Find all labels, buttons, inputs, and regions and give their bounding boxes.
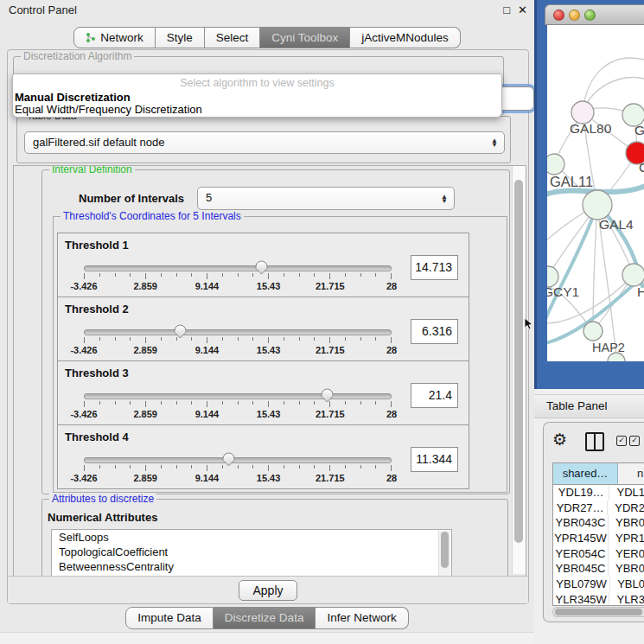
table-row[interactable]: YPR145WYPR1: [553, 531, 644, 546]
threshold-4-slider[interactable]: [84, 457, 392, 463]
gear-icon[interactable]: ⚙: [552, 430, 567, 450]
threshold-2-value-field[interactable]: 6.316: [411, 319, 458, 344]
threshold-2-slider[interactable]: [84, 329, 392, 335]
top-tab-bar: Network Style Select Cyni Toolbox jActiv…: [0, 27, 534, 48]
table-panel-titlebar: Table Panel: [534, 394, 644, 418]
slider-tick-labels: -3.4262.8599.14415.4321.71528: [84, 345, 392, 355]
mouse-cursor-icon: [524, 317, 533, 334]
scrollbar-thumb[interactable]: [441, 532, 449, 568]
node-label-top-right: GA: [634, 123, 644, 137]
group-title: Threshold's Coordinates for 5 Intervals: [61, 210, 244, 222]
algorithm-dropdown-popup: Select algorithm to view settings Manual…: [12, 73, 502, 118]
slider-tick-labels: -3.4262.8599.14415.4321.71528: [84, 409, 392, 419]
table-row[interactable]: YBL079WYBL0: [553, 577, 644, 592]
cell[interactable]: YLR3: [609, 592, 644, 606]
cell[interactable]: YER0: [609, 546, 644, 562]
tab-style[interactable]: Style: [156, 27, 205, 48]
list-item[interactable]: TopologicalCoefficient: [52, 545, 451, 559]
combobox-value: galFiltered.sif default node: [33, 136, 164, 149]
table-row[interactable]: YDL19…YDL1: [553, 485, 644, 501]
threshold-3-slider[interactable]: [84, 393, 392, 399]
horizontal-scrollbar[interactable]: [552, 607, 644, 617]
number-of-intervals-combobox[interactable]: 5 ▲▼: [197, 187, 455, 210]
table-row[interactable]: YBR043CYBR0: [553, 515, 644, 531]
table-data-combobox[interactable]: galFiltered.sif default node ▲▼: [24, 131, 505, 154]
attributes-to-discretize-group: Attributes to discretize Numerical Attri…: [41, 499, 508, 577]
cell[interactable]: YBR045C: [553, 561, 609, 577]
scrollbar-thumb[interactable]: [514, 180, 523, 543]
cell[interactable]: YBR043C: [553, 515, 609, 531]
table-row[interactable]: YDR27…YDR2: [553, 501, 644, 516]
node-gal11: [547, 154, 564, 175]
minimize-traffic-light-icon[interactable]: [569, 10, 580, 21]
threshold-3-value-field[interactable]: 21.4: [411, 383, 458, 408]
cell[interactable]: YDL19…: [553, 485, 609, 501]
cell[interactable]: YDR27…: [553, 501, 608, 516]
tab-discretize-data[interactable]: Discretize Data: [214, 607, 316, 629]
tick-label: 28: [386, 473, 397, 483]
tab-label: Network: [100, 31, 143, 44]
dropdown-option-equal-width-frequency[interactable]: Equal Width/Frequency Discretization: [15, 103, 202, 116]
threshold-2-panel: Threshold 2 -3.4262.8599.14415.4321.7152…: [57, 296, 469, 361]
tick-label: 28: [386, 409, 397, 419]
checkbox-icon[interactable]: ✓: [616, 436, 627, 446]
numerical-attributes-label: Numerical Attributes: [48, 511, 157, 524]
dropdown-option-manual-discretization[interactable]: Manual Discretization: [15, 91, 131, 104]
tab-infer-network[interactable]: Infer Network: [316, 607, 408, 629]
tab-network[interactable]: Network: [73, 27, 156, 48]
tab-select[interactable]: Select: [205, 27, 261, 48]
tick-label: 15.43: [257, 281, 281, 291]
cell[interactable]: YBL079W: [553, 577, 610, 592]
threshold-3-panel: Threshold 3 -3.4262.8599.14415.4321.7152…: [57, 360, 469, 425]
network-window: GAL80 GA C GAL11 GAL4 GCY1 H HAP2: [545, 4, 644, 361]
tick-label: 2.859: [133, 281, 157, 291]
table-panel-title: Table Panel: [546, 399, 608, 412]
dropdown-placeholder[interactable]: Select algorithm to view settings: [13, 77, 501, 89]
right-column: GAL80 GA C GAL11 GAL4 GCY1 H HAP2 Table …: [534, 0, 644, 644]
group-title: Discretization Algorithm: [21, 50, 134, 62]
tick-label: 28: [386, 281, 397, 291]
cell[interactable]: YDR2: [608, 501, 644, 516]
close-icon[interactable]: ✕: [518, 3, 527, 16]
column-header-name[interactable]: n: [618, 463, 644, 484]
combobox-arrows-icon: ▲▼: [491, 138, 498, 147]
network-canvas[interactable]: GAL80 GA C GAL11 GAL4 GCY1 H HAP2: [547, 25, 644, 361]
thresholds-group: Threshold's Coordinates for 5 Intervals …: [53, 216, 507, 493]
node-label-red: C: [639, 160, 644, 175]
network-window-titlebar[interactable]: [545, 4, 644, 25]
tab-jactivemnodules[interactable]: jActiveMNodules: [350, 27, 461, 48]
table-row[interactable]: YBR045CYBR0: [553, 561, 644, 577]
split-view-icon[interactable]: [585, 432, 604, 451]
cell[interactable]: YPR145W: [553, 531, 609, 546]
tick-label: 21.715: [316, 345, 345, 355]
cell[interactable]: YBR0: [609, 561, 644, 577]
node-label-gcy1: GCY1: [547, 284, 579, 299]
scrollbar-thumb[interactable]: [555, 609, 642, 615]
tick-label: -3.426: [70, 409, 97, 419]
column-header-shared-name[interactable]: shared…: [553, 463, 618, 484]
table-row[interactable]: YER054CYER0: [553, 546, 644, 562]
cell[interactable]: YBR0: [609, 515, 644, 531]
list-item[interactable]: SelfLoops: [52, 530, 451, 545]
threshold-1-slider[interactable]: [84, 265, 392, 271]
list-item[interactable]: BetweennessCentrality: [52, 559, 451, 574]
table-row[interactable]: YLR345WYLR3: [553, 592, 644, 606]
numerical-attributes-list[interactable]: SelfLoops TopologicalCoefficient Between…: [51, 529, 452, 577]
checkbox-icon[interactable]: ✓: [629, 436, 640, 446]
threshold-1-value-field[interactable]: 14.713: [411, 255, 458, 280]
zoom-traffic-light-icon[interactable]: [584, 10, 596, 21]
list-scrollbar[interactable]: [438, 531, 450, 577]
vertical-scrollbar[interactable]: [512, 166, 526, 574]
tab-impute-data[interactable]: Impute Data: [125, 607, 214, 629]
cell[interactable]: YLR345W: [553, 592, 609, 606]
tab-cyni-toolbox[interactable]: Cyni Toolbox: [260, 27, 350, 48]
cell[interactable]: YER054C: [553, 546, 609, 562]
cell[interactable]: YPR1: [609, 531, 644, 546]
float-window-icon[interactable]: □: [503, 3, 510, 16]
threshold-4-value-field[interactable]: 11.344: [411, 447, 458, 472]
close-traffic-light-icon[interactable]: [553, 10, 564, 21]
cell[interactable]: YBL0: [610, 577, 644, 592]
apply-button[interactable]: Apply: [239, 580, 297, 601]
combobox-arrows-icon: ▲▼: [441, 194, 448, 203]
cell[interactable]: YDL1: [609, 485, 644, 501]
